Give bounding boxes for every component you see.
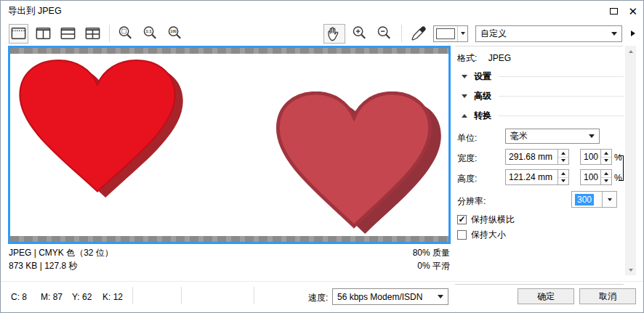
flyout-arrow-icon[interactable]: [631, 31, 635, 36]
zoom-in-icon: [351, 24, 369, 43]
eyedropper-icon: [410, 25, 427, 42]
resolution-dropdown[interactable]: [602, 192, 616, 207]
panel-scrollbar[interactable]: [625, 46, 636, 275]
format-row: 格式: JPEG: [457, 52, 511, 65]
section-advanced-label: 高级: [474, 90, 491, 102]
two-horizontal-panes-icon: [59, 24, 77, 43]
unit-label: 单位:: [457, 132, 477, 145]
maintain-size-label: 保持大小: [471, 229, 506, 241]
preview-four-panes-button[interactable]: [83, 24, 102, 44]
maximize-icon[interactable]: [610, 8, 618, 15]
ok-button[interactable]: 确定: [518, 288, 574, 304]
percent-link-bracket: [619, 155, 624, 181]
eyedropper-button[interactable]: [408, 24, 428, 44]
preview-two-vertical-button[interactable]: [33, 24, 53, 44]
page-edge-strip: [10, 236, 448, 242]
chevron-down-icon: [589, 134, 595, 138]
zoom-out-button[interactable]: [375, 24, 395, 44]
spin-down-icon[interactable]: [601, 178, 611, 185]
width-input[interactable]: 291.68 mm: [505, 149, 569, 165]
two-vertical-panes-icon: [34, 24, 52, 43]
zoom-to-fit-button[interactable]: [116, 24, 136, 44]
matte-color-dropdown[interactable]: [457, 26, 467, 41]
zoom-1to1-icon: 1:1: [142, 24, 160, 43]
close-icon[interactable]: ✕: [628, 6, 637, 17]
spin-up-icon[interactable]: [601, 150, 611, 158]
zoom-1to1-button[interactable]: 1:1: [141, 24, 161, 44]
chevron-up-icon: [462, 114, 467, 118]
height-value: 121.24 mm: [506, 170, 558, 184]
checkbox-unchecked-icon[interactable]: [457, 230, 467, 240]
svg-text:100: 100: [170, 29, 177, 33]
cancel-button[interactable]: 取消: [579, 288, 636, 304]
scroll-up-icon[interactable]: [625, 46, 636, 57]
height-spinner[interactable]: [558, 170, 568, 184]
preview-two-horizontal-button[interactable]: [58, 24, 78, 44]
toolbar-separator: [109, 25, 110, 42]
height-input[interactable]: 121.24 mm: [505, 169, 569, 185]
resolution-value-wrap: 300: [572, 192, 602, 207]
preview-full-button[interactable]: [9, 24, 28, 44]
chevron-down-icon: [462, 75, 467, 78]
section-transform[interactable]: 转换: [457, 109, 624, 122]
checkbox-checked-icon[interactable]: ✓: [457, 215, 467, 224]
yellow-value: Y: 62: [72, 292, 92, 302]
scroll-down-icon[interactable]: [625, 264, 636, 275]
heart-artwork-right: [275, 92, 443, 235]
width-percent-value: 100: [581, 150, 600, 164]
magenta-value: M: 87: [41, 292, 63, 302]
matte-color-picker[interactable]: [433, 25, 468, 42]
speed-label: 速度:: [308, 292, 328, 304]
section-settings[interactable]: 设置: [457, 70, 624, 83]
zoom-out-icon: [376, 24, 394, 43]
four-panes-icon: [84, 24, 102, 43]
height-label: 高度:: [457, 173, 477, 185]
spin-up-icon[interactable]: [558, 170, 568, 178]
dialog-title: 导出到 JPEG: [8, 5, 62, 17]
hand-icon: [326, 25, 343, 42]
svg-text:1:1: 1:1: [145, 29, 152, 33]
black-value: K: 12: [102, 292, 123, 302]
height-percent-value: 100: [581, 170, 600, 184]
format-value: JPEG: [488, 53, 511, 63]
zoom-100-icon: 100: [166, 24, 185, 43]
spin-down-icon[interactable]: [601, 158, 611, 165]
width-percent-spinner[interactable]: [600, 150, 611, 164]
spin-down-icon[interactable]: [558, 158, 568, 165]
section-rule: [499, 76, 624, 77]
zoom-in-button[interactable]: [350, 24, 370, 44]
spin-up-icon[interactable]: [558, 150, 568, 158]
speed-select[interactable]: 56 kbps Modem/ISDN: [332, 288, 448, 305]
heart-artwork-left: [17, 59, 185, 199]
resolution-value[interactable]: 300: [575, 194, 594, 206]
height-percent-input[interactable]: 100: [580, 169, 612, 185]
spin-up-icon[interactable]: [601, 170, 611, 178]
cyan-value: C: 8: [11, 292, 27, 302]
footer-right-divider: [455, 284, 624, 285]
preview-info-line2: 873 KB | 127.8 秒 0% 平滑: [9, 260, 450, 272]
pan-tool-button[interactable]: [323, 24, 345, 44]
chevron-down-icon: [611, 32, 617, 36]
export-preview[interactable]: [8, 46, 451, 244]
preset-select[interactable]: 自定义: [475, 25, 622, 42]
width-spinner[interactable]: [558, 150, 568, 164]
preview-info-line1: JPEG | CMYK 色（32 位） 80% 质量: [9, 247, 450, 259]
page-edge-strip: [10, 48, 448, 54]
maintain-size-checkbox-row[interactable]: 保持大小: [457, 229, 506, 241]
format-colormode-text: JPEG | CMYK 色（32 位）: [9, 247, 113, 259]
toolbar: 1:1 100: [1, 21, 643, 46]
height-percent-spinner[interactable]: [600, 170, 611, 184]
width-percent-input[interactable]: 100: [580, 149, 612, 165]
resolution-combo[interactable]: 300: [571, 191, 617, 208]
maintain-aspect-checkbox-row[interactable]: ✓ 保持纵横比: [457, 214, 515, 226]
maintain-aspect-label: 保持纵横比: [471, 214, 515, 226]
format-label: 格式:: [457, 53, 477, 63]
chevron-down-icon: [461, 32, 465, 35]
section-advanced[interactable]: 高级: [457, 89, 624, 102]
status-separator: [254, 287, 254, 304]
zoom-100-button[interactable]: 100: [166, 24, 185, 44]
unit-select[interactable]: 毫米: [505, 129, 600, 144]
spin-down-icon[interactable]: [558, 178, 568, 185]
section-transform-label: 转换: [474, 110, 491, 122]
width-value: 291.68 mm: [506, 150, 558, 164]
